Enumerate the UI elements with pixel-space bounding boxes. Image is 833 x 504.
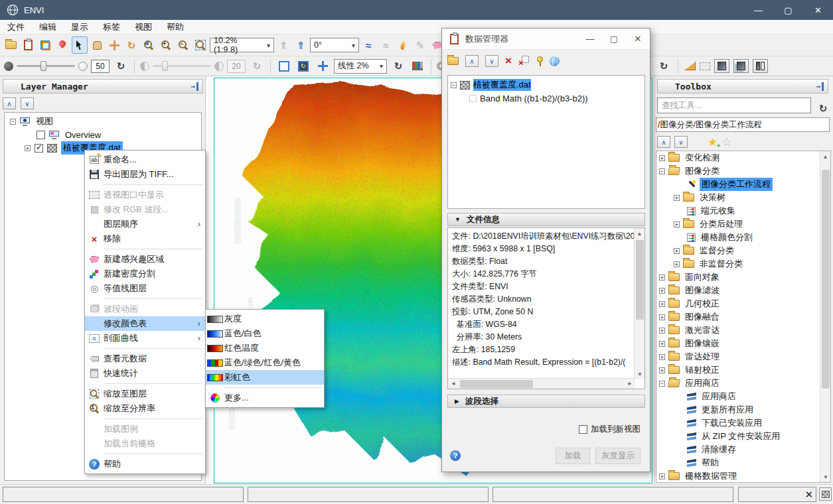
spectral-profile-icon[interactable]: ≈ <box>360 36 376 54</box>
minimize-button[interactable]: — <box>743 0 773 20</box>
dm-help-icon[interactable]: ? <box>450 450 461 461</box>
menu-item-change-color-table[interactable]: 修改颜色表› <box>85 316 205 331</box>
toolbox-up-button[interactable]: ∧ <box>657 136 670 148</box>
toolbox-folder-geometric-correction[interactable]: +几何校正 <box>656 297 830 310</box>
open-file-icon[interactable] <box>3 36 19 54</box>
toolbox-item-endmember-collection[interactable]: 端元收集 <box>656 204 830 218</box>
toolbox-folder-unsupervised[interactable]: +非监督分类 <box>656 257 830 271</box>
clear-status-icon[interactable]: ✕ <box>804 489 813 501</box>
rotate-icon[interactable]: ↻ <box>123 36 139 54</box>
scroll-right-icon[interactable]: ► <box>625 381 635 387</box>
submenu-item-blue-white[interactable]: 蓝色/白色 <box>206 326 324 341</box>
scroll-up-icon[interactable]: ▲ <box>635 228 644 239</box>
raster-visibility-checkbox[interactable] <box>35 144 43 153</box>
chip-view-icon[interactable] <box>37 36 53 54</box>
move-down-button[interactable]: ∨ <box>485 55 498 67</box>
toolbox-scrollbar[interactable]: ▲ ▼ <box>820 151 830 482</box>
menu-item-layer-order[interactable]: 图层顺序› <box>85 217 205 231</box>
toolbox-item-classification-workflow[interactable]: 图像分类工作流程 <box>656 178 830 191</box>
brightness-reset-icon[interactable]: ↻ <box>113 58 129 75</box>
scroll-down-icon[interactable]: ▼ <box>635 369 645 379</box>
menu-views[interactable]: 视图 <box>127 20 159 34</box>
zoom-level-dropdown[interactable]: 10.2% (1:9.8)▾ <box>210 38 274 52</box>
zoom-out-icon[interactable]: − <box>175 36 191 54</box>
menu-display[interactable]: 显示 <box>64 20 96 34</box>
full-motion-icon[interactable]: ↻ <box>295 58 311 75</box>
pan-extent-icon[interactable] <box>315 58 331 75</box>
collapse-toggle[interactable]: − <box>659 168 665 174</box>
toolbox-folder-image-sharpening[interactable]: +图像融合 <box>656 310 830 324</box>
menu-item-new-density-slice[interactable]: 新建密度分割 <box>85 267 205 281</box>
scroll-up-icon[interactable]: ▲ <box>820 151 830 162</box>
measurement-icon[interactable] <box>684 62 696 70</box>
layer-tree-item-view[interactable]: − 视图 <box>5 115 201 128</box>
dm-maximize-button[interactable]: ▢ <box>602 29 626 49</box>
dm-tree-item-raster[interactable]: − 植被覆盖度.dat <box>448 78 644 92</box>
toolbox-refresh-icon[interactable]: ↻ <box>815 99 831 117</box>
toolbox-folder-supervised[interactable]: +监督分类 <box>656 244 830 257</box>
menu-item-new-roi[interactable]: 新建感兴趣区域 <box>85 252 205 267</box>
toolbox-item-raster-color-slice[interactable]: 栅格颜色分割 <box>656 231 830 244</box>
menu-file[interactable]: 文件 <box>0 20 32 34</box>
toolbox-folder-filter[interactable]: +图像滤波 <box>656 284 830 297</box>
histogram-stretch-icon[interactable] <box>410 58 425 75</box>
menu-help[interactable]: 帮助 <box>159 20 191 34</box>
collapse-toggle[interactable]: − <box>451 82 457 88</box>
file-info-header[interactable]: ▼ 文件信息 <box>447 213 645 226</box>
overview-checkbox[interactable] <box>37 131 45 139</box>
close-file-icon[interactable]: × <box>505 54 512 68</box>
placemark-icon[interactable] <box>54 36 70 54</box>
select-cursor-icon[interactable] <box>72 36 88 54</box>
collapse-toggle[interactable]: − <box>659 381 665 387</box>
menu-item-zoom-to-layer[interactable]: 缩放至图层 <box>85 387 205 401</box>
split-view-button[interactable] <box>753 59 768 73</box>
expand-toggle[interactable]: + <box>659 341 665 347</box>
expand-toggle[interactable]: + <box>659 473 665 479</box>
toolbox-item-install-from-zip[interactable]: 从 ZIP 文件安装应用 <box>656 430 830 443</box>
toolbox-folder-lidar[interactable]: +激光雷达 <box>656 324 830 337</box>
stretch-dropdown[interactable]: 线性 2%▾ <box>334 59 387 74</box>
expand-toggle[interactable]: + <box>659 301 665 307</box>
toolbox-folder-post-classification[interactable]: +分类后处理 <box>656 218 830 231</box>
menu-item-profiles[interactable]: ≈剖面曲线› <box>85 331 205 346</box>
expand-toggle[interactable]: + <box>674 195 680 201</box>
expand-toggle[interactable]: + <box>659 367 665 373</box>
open-remote-icon[interactable] <box>550 56 560 66</box>
toolbox-folder-change-detection[interactable]: +变化检测 <box>656 151 830 164</box>
submenu-item-red-temperature[interactable]: 红色温度 <box>206 341 324 355</box>
close-all-files-icon[interactable]: × <box>518 56 530 66</box>
maximize-button[interactable]: ▢ <box>773 0 803 20</box>
dm-tree-item-band[interactable]: Band Math ((b1-b2)/(b3-b2)) <box>448 92 644 105</box>
expand-toggle[interactable]: + <box>659 288 665 294</box>
toolbox-down-button[interactable]: ∨ <box>674 136 688 148</box>
brightness-value[interactable]: 50 <box>91 60 110 73</box>
toolbox-folder-classification[interactable]: −图像分类 <box>656 164 830 178</box>
scroll-left-icon[interactable]: ◄ <box>448 381 459 387</box>
zoom-in-icon[interactable]: + <box>158 36 174 54</box>
toolbox-folder-raster-management[interactable]: +栅格数据管理 <box>656 470 830 483</box>
menu-item-zoom-to-resolution[interactable]: 1缩放至分辨率 <box>85 401 205 416</box>
expand-toggle[interactable]: + <box>674 248 680 254</box>
undock-icon[interactable]: → <box>813 82 824 91</box>
stretch-refresh-icon[interactable]: ↻ <box>390 58 406 75</box>
toolbox-search-input[interactable] <box>657 97 811 113</box>
toolbox-folder-decision-tree[interactable]: +决策树 <box>656 191 830 204</box>
pin-icon[interactable] <box>537 56 543 62</box>
toolbox-folder-mosaicking[interactable]: +图像镶嵌 <box>656 337 830 350</box>
toolbox-folder-radar[interactable]: +雷达处理 <box>656 350 830 363</box>
data-manager-icon[interactable] <box>20 36 36 54</box>
file-info-hscrollbar[interactable]: ◄ ► <box>448 378 635 389</box>
toolbox-folder-object-based[interactable]: +面向对象 <box>656 271 830 284</box>
move-up-button[interactable]: ∧ <box>465 55 479 67</box>
multi-view-button[interactable] <box>733 59 749 73</box>
menu-item-view-metadata[interactable]: 查看元数据 <box>85 351 205 366</box>
submenu-item-more[interactable]: 更多... <box>206 391 324 405</box>
layer-down-button[interactable]: ∨ <box>21 97 34 109</box>
submenu-item-rainbow[interactable]: 彩虹色 <box>206 370 324 385</box>
zoom-extent-icon[interactable] <box>276 58 292 75</box>
expand-toggle[interactable]: + <box>659 275 665 281</box>
scroll-down-icon[interactable]: ▼ <box>820 472 831 482</box>
menu-item-rename[interactable]: ab重命名... <box>85 153 205 167</box>
toolbox-item-app-store[interactable]: 应用商店 <box>656 390 830 403</box>
status-raster-button[interactable] <box>819 487 832 501</box>
